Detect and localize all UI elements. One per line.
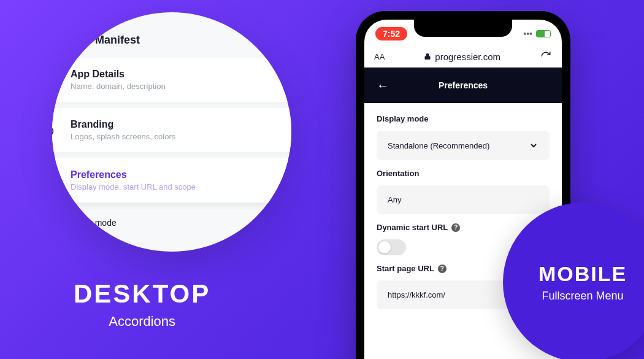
reload-icon [540, 51, 551, 62]
help-icon[interactable]: ? [438, 264, 447, 273]
desktop-preview-circle: App Manifest App Details Name, domain, d… [52, 12, 291, 252]
sliders-icon [52, 172, 57, 189]
dynamic-url-toggle[interactable] [377, 239, 406, 255]
desktop-sub-label: Accordions [74, 314, 210, 330]
display-mode-label: Display mode [377, 114, 550, 123]
phone-notch [414, 20, 512, 37]
orientation-label: Orientation [377, 169, 550, 178]
document-icon [52, 71, 57, 88]
url-text: progressier.com [435, 52, 500, 62]
accordion-container: App Manifest App Details Name, domain, d… [52, 34, 291, 228]
more-icon: ••• [523, 29, 532, 39]
url-bar: AA progressier.com [364, 45, 562, 68]
url-input-value: https://kkkf.com/ [388, 290, 445, 299]
accordion-text: App Details Name, domain, description [71, 69, 291, 91]
dropdown-value: Standalone (Recommended) [388, 141, 489, 150]
accordion-branding[interactable]: Branding Logos, splash screens, colors [52, 108, 291, 152]
mobile-sub-label: Fullscreen Menu [542, 290, 623, 303]
help-icon[interactable]: ? [451, 223, 460, 232]
desktop-section: App Manifest App Details Name, domain, d… [0, 0, 322, 359]
mobile-big-label: MOBILE [539, 262, 627, 286]
desktop-labels: DESKTOP Accordions [74, 279, 210, 330]
battery-icon [536, 30, 551, 37]
desktop-big-label: DESKTOP [74, 279, 210, 309]
accordion-desc: Name, domain, description [71, 82, 291, 91]
reload-button[interactable] [540, 50, 552, 63]
text-size-button[interactable]: AA [374, 52, 385, 61]
accordion-desc: Display mode, start URL and scope [71, 182, 291, 191]
orientation-value: Any [388, 195, 401, 204]
status-icons: ••• [523, 29, 551, 39]
accordion-preferences[interactable]: Preferences Display mode, start URL and … [52, 158, 291, 203]
lock-icon [424, 53, 431, 60]
accordion-text: Preferences Display mode, start URL and … [71, 169, 291, 191]
accordion-title: Branding [71, 119, 291, 130]
droplet-icon [52, 122, 57, 139]
accordion-desc: Logos, splash screens, colors [71, 132, 291, 141]
accordion-text: Branding Logos, splash screens, colors [71, 119, 291, 141]
url-display[interactable]: progressier.com [391, 52, 534, 62]
orientation-dropdown[interactable]: Any [377, 185, 550, 214]
section-title: App Manifest [71, 34, 291, 47]
accordion-title: Preferences [71, 169, 291, 180]
mobile-section: 7:52 ••• AA progressier.com ← Preference… [322, 0, 644, 359]
display-mode-label: isplay mode [71, 218, 291, 228]
accordion-app-details[interactable]: App Details Name, domain, description [52, 58, 291, 102]
nav-title: Preferences [377, 80, 550, 90]
time-indicator: 7:52 [375, 27, 407, 41]
accordion-title: App Details [71, 69, 291, 80]
display-mode-dropdown[interactable]: Standalone (Recommended) [377, 131, 550, 160]
back-button[interactable]: ← [377, 79, 389, 93]
chevron-down-icon [529, 141, 539, 150]
nav-header: ← Preferences [364, 68, 562, 103]
